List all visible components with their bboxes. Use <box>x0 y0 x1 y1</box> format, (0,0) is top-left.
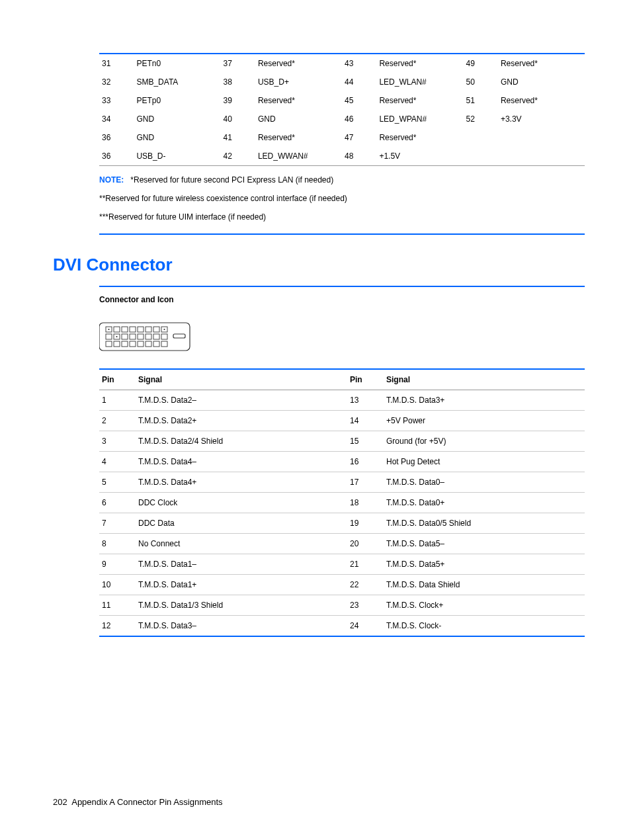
pin-number: 32 <box>99 73 134 91</box>
section-subtitle: Connector and Icon <box>99 286 585 311</box>
pin-number: 33 <box>99 91 134 110</box>
svg-rect-18 <box>122 341 128 347</box>
page-number: 202 <box>53 797 67 807</box>
signal-name: T.M.D.S. Data5+ <box>384 554 585 575</box>
pin-number: 1 <box>99 390 136 411</box>
pin-number: 8 <box>99 534 136 554</box>
signal-name: T.M.D.S. Data Shield <box>384 575 585 595</box>
dvi-h-sig1: Signal <box>136 369 347 390</box>
signal-name: GND <box>255 110 342 128</box>
signal-name: Reserved* <box>255 54 342 73</box>
pin-number: 18 <box>347 493 384 513</box>
svg-point-24 <box>108 329 109 330</box>
pin-number: 44 <box>342 73 376 91</box>
pin-number: 21 <box>347 554 384 575</box>
pin-number: 47 <box>342 128 376 147</box>
pin-number: 52 <box>463 110 497 128</box>
svg-rect-3 <box>130 327 136 332</box>
svg-rect-13 <box>146 334 151 339</box>
signal-name: No Connect <box>136 534 347 554</box>
pin-number: 7 <box>99 513 136 534</box>
pin-number: 37 <box>220 54 255 73</box>
svg-rect-23 <box>161 341 167 347</box>
signal-name: Reserved* <box>255 91 342 110</box>
dvi-h-pin2: Pin <box>347 369 384 390</box>
pin-number: 14 <box>347 411 384 431</box>
table-row: 4T.M.D.S. Data4–16Hot Pug Detect <box>99 452 585 472</box>
signal-name: Reserved* <box>498 54 585 73</box>
table-row: 7DDC Data19T.M.D.S. Data0/5 Shield <box>99 513 585 534</box>
signal-name: Reserved* <box>376 91 463 110</box>
svg-rect-12 <box>138 334 144 339</box>
signal-name: GND <box>498 73 585 91</box>
footer-text: Appendix A Connector Pin Assignments <box>71 797 222 807</box>
pin-number: 16 <box>347 452 384 472</box>
pin-number: 10 <box>99 575 136 595</box>
svg-rect-10 <box>122 334 128 339</box>
table-row: 3T.M.D.S. Data2/4 Shield15Ground (for +5… <box>99 431 585 452</box>
dvi-h-sig2: Signal <box>384 369 585 390</box>
svg-rect-19 <box>130 341 136 347</box>
pin-number: 45 <box>342 91 376 110</box>
svg-rect-6 <box>153 327 159 332</box>
pin-number: 46 <box>342 110 376 128</box>
svg-rect-1 <box>114 327 120 332</box>
note-line-1: NOTE: *Reserved for future second PCI Ex… <box>99 175 585 185</box>
signal-name: T.M.D.S. Data1/3 Shield <box>136 595 347 616</box>
table-row: 8No Connect20T.M.D.S. Data5– <box>99 534 585 554</box>
svg-rect-22 <box>153 341 159 347</box>
signal-name: +3.3V <box>498 110 585 128</box>
pin-number: 12 <box>99 616 136 637</box>
top-pin-table: 31PETn037Reserved*43Reserved*49Reserved*… <box>99 53 585 166</box>
pin-number: 50 <box>463 73 497 91</box>
pin-number: 9 <box>99 554 136 575</box>
signal-name: T.M.D.S. Data3– <box>136 616 347 637</box>
pin-number: 13 <box>347 390 384 411</box>
svg-rect-8 <box>106 334 112 339</box>
top-pin-table-body: 31PETn037Reserved*43Reserved*49Reserved*… <box>99 54 585 166</box>
pin-number: 36 <box>99 147 134 166</box>
svg-point-25 <box>163 329 165 330</box>
table-row: 6DDC Clock18T.M.D.S. Data0+ <box>99 493 585 513</box>
pin-number: 42 <box>220 147 255 166</box>
dvi-pin-table: Pin Signal Pin Signal 1T.M.D.S. Data2–13… <box>99 368 585 637</box>
signal-name <box>498 147 585 166</box>
svg-rect-20 <box>138 341 144 347</box>
pin-number: 40 <box>220 110 255 128</box>
signal-name: PETn0 <box>134 54 220 73</box>
dvi-header-row: Pin Signal Pin Signal <box>99 369 585 390</box>
table-row: 33PETp039Reserved*45Reserved*51Reserved* <box>99 91 585 110</box>
pin-number: 51 <box>463 91 497 110</box>
dvi-pins <box>106 327 185 347</box>
signal-name: Reserved* <box>255 128 342 147</box>
signal-name: T.M.D.S. Data4+ <box>136 472 347 493</box>
pin-number <box>463 147 497 166</box>
pin-number: 20 <box>347 534 384 554</box>
pin-number: 41 <box>220 128 255 147</box>
pin-number: 48 <box>342 147 376 166</box>
pin-number: 34 <box>99 110 134 128</box>
svg-rect-4 <box>138 327 144 332</box>
svg-rect-11 <box>130 334 136 339</box>
signal-name: T.M.D.S. Data4– <box>136 452 347 472</box>
signal-name: T.M.D.S. Data1+ <box>136 575 347 595</box>
table-row: 1T.M.D.S. Data2–13T.M.D.S. Data3+ <box>99 390 585 411</box>
signal-name: T.M.D.S. Data2+ <box>136 411 347 431</box>
signal-name: Reserved* <box>498 91 585 110</box>
svg-rect-27 <box>173 334 185 338</box>
pin-number: 4 <box>99 452 136 472</box>
table-row: 9T.M.D.S. Data1–21T.M.D.S. Data5+ <box>99 554 585 575</box>
signal-name: LED_WPAN# <box>376 110 463 128</box>
signal-name: LED_WLAN# <box>376 73 463 91</box>
signal-name: GND <box>134 110 220 128</box>
pin-number: 31 <box>99 54 134 73</box>
signal-name: T.M.D.S. Clock- <box>384 616 585 637</box>
svg-rect-21 <box>146 341 151 347</box>
signal-name: Hot Pug Detect <box>384 452 585 472</box>
pin-number: 49 <box>463 54 497 73</box>
signal-name: USB_D+ <box>255 73 342 91</box>
signal-name: Ground (for +5V) <box>384 431 585 452</box>
signal-name: T.M.D.S. Data1– <box>136 554 347 575</box>
pin-number: 19 <box>347 513 384 534</box>
pin-number: 2 <box>99 411 136 431</box>
